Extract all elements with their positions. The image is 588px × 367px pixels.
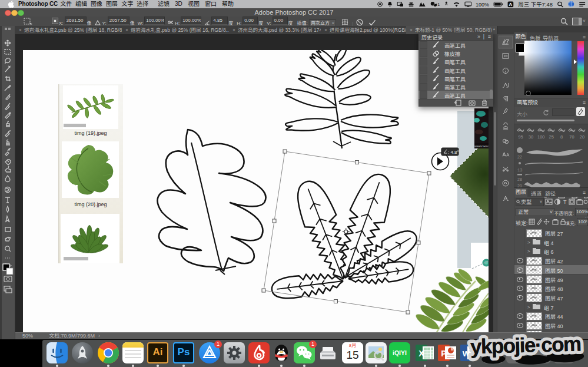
svg-text:: 4.8°: : 4.8° bbox=[448, 150, 459, 155]
svg-text:13: 13 bbox=[517, 168, 522, 173]
svg-text:A: A bbox=[509, 2, 513, 7]
svg-text:ykpojie·com: ykpojie·com bbox=[470, 332, 581, 358]
svg-text:timg (20).jpeg: timg (20).jpeg bbox=[74, 201, 107, 207]
svg-text:28: 28 bbox=[517, 177, 522, 181]
svg-text:22: 22 bbox=[517, 155, 522, 159]
svg-text:X: X bbox=[418, 349, 424, 358]
svg-text:GREENTHING: GREENTHING bbox=[474, 145, 490, 148]
svg-text:T: T bbox=[563, 199, 567, 205]
svg-text:P: P bbox=[441, 349, 446, 358]
svg-text:1: 1 bbox=[437, 2, 440, 7]
svg-text:timg (19).jpeg: timg (19).jpeg bbox=[74, 130, 107, 136]
